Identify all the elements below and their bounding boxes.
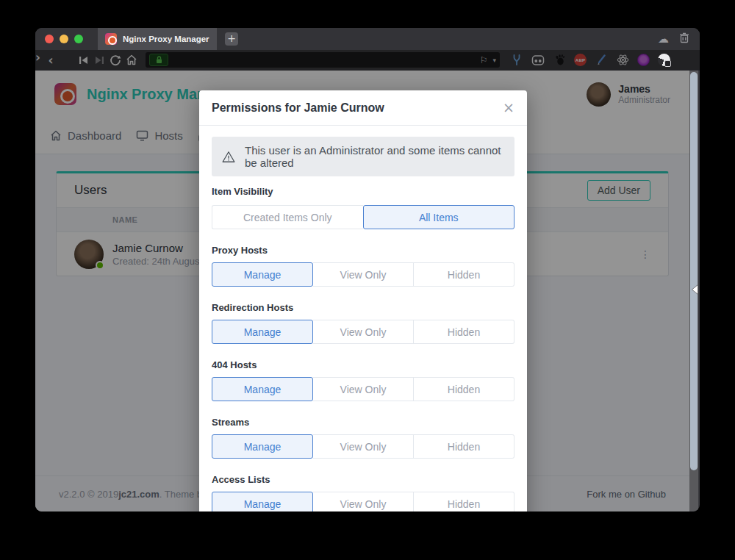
streams-manage-button[interactable]: Manage [212, 434, 313, 459]
404-hosts-label: 404 Hosts [212, 359, 514, 371]
close-icon[interactable]: × [503, 101, 514, 115]
redirection-hosts-manage-button[interactable]: Manage [212, 320, 313, 344]
ext-dial-icon[interactable] [658, 54, 670, 66]
access-lists-hidden-button[interactable]: Hidden [414, 492, 514, 511]
browser-window: Nginx Proxy Manager + ☁ ‹ › [35, 28, 700, 511]
trash-icon[interactable] [679, 32, 689, 46]
screen: Nginx Proxy Manager + ☁ ‹ › [0, 0, 735, 560]
minimize-window-button[interactable] [60, 35, 68, 43]
proxy-hosts-label: Proxy Hosts [212, 244, 514, 256]
404-hosts-group: Manage View Only Hidden [212, 377, 514, 401]
item-visibility-group: Created Items Only All Items [212, 205, 514, 229]
warning-triangle-icon [222, 151, 235, 163]
access-lists-manage-button[interactable]: Manage [212, 492, 313, 511]
tab-title: Nginx Proxy Manager [123, 35, 209, 43]
admin-warning-alert: This user is an Administrator and some i… [212, 137, 514, 176]
access-lists-group: Manage View Only Hidden [212, 492, 514, 511]
redirection-hosts-view-only-button[interactable]: View Only [313, 320, 414, 344]
streams-view-only-button[interactable]: View Only [313, 434, 414, 459]
permissions-modal: Permissions for Jamie Curnow × This user… [199, 90, 527, 511]
cloud-sync-icon[interactable]: ☁ [658, 32, 669, 46]
access-lists-view-only-button[interactable]: View Only [313, 492, 414, 511]
close-window-button[interactable] [45, 35, 54, 43]
streams-group: Manage View Only Hidden [212, 434, 514, 459]
404-hosts-view-only-button[interactable]: View Only [313, 377, 414, 401]
proxy-hosts-group: Manage View Only Hidden [212, 262, 514, 287]
tab-bar: Nginx Proxy Manager + ☁ [35, 28, 700, 50]
browser-tab[interactable]: Nginx Proxy Manager [98, 28, 217, 50]
proxy-hosts-manage-button[interactable]: Manage [212, 262, 313, 287]
redirection-hosts-label: Redirection Hosts [212, 301, 514, 314]
redirection-hosts-hidden-button[interactable]: Hidden [414, 320, 514, 344]
browser-toolbar: ‹ › ⚐ ▾ [35, 50, 700, 71]
new-tab-button[interactable]: + [225, 32, 238, 46]
access-lists-label: Access Lists [212, 473, 514, 486]
streams-hidden-button[interactable]: Hidden [414, 434, 514, 459]
404-hosts-hidden-button[interactable]: Hidden [414, 377, 514, 401]
modal-title: Permissions for Jamie Curnow [212, 101, 384, 115]
404-hosts-manage-button[interactable]: Manage [212, 377, 313, 401]
proxy-hosts-view-only-button[interactable]: View Only [313, 262, 414, 287]
maximize-window-button[interactable] [74, 35, 83, 43]
item-visibility-label: Item Visibility [212, 185, 514, 198]
scrollbar-thumb[interactable] [690, 72, 698, 470]
window-controls [45, 35, 83, 43]
mouse-cursor [692, 284, 698, 298]
redirection-hosts-group: Manage View Only Hidden [212, 320, 514, 344]
proxy-hosts-hidden-button[interactable]: Hidden [414, 262, 514, 287]
visibility-created-items-button[interactable]: Created Items Only [212, 205, 363, 229]
npm-favicon-icon [105, 33, 117, 45]
visibility-all-items-button[interactable]: All Items [363, 205, 515, 229]
forward-button[interactable]: › [59, 52, 75, 68]
streams-label: Streams [212, 416, 514, 428]
